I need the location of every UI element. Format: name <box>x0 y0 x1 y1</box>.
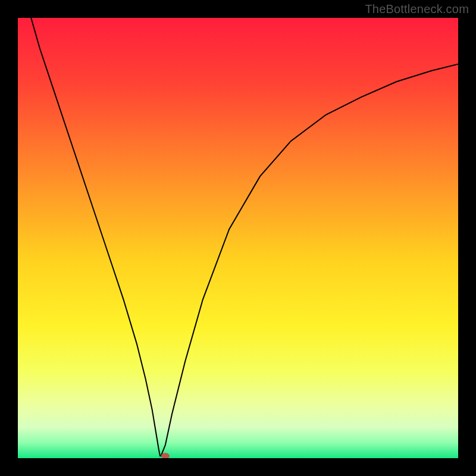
chart-frame <box>18 18 458 458</box>
bottleneck-chart <box>18 18 458 458</box>
watermark-text: TheBottleneck.com <box>365 2 469 16</box>
